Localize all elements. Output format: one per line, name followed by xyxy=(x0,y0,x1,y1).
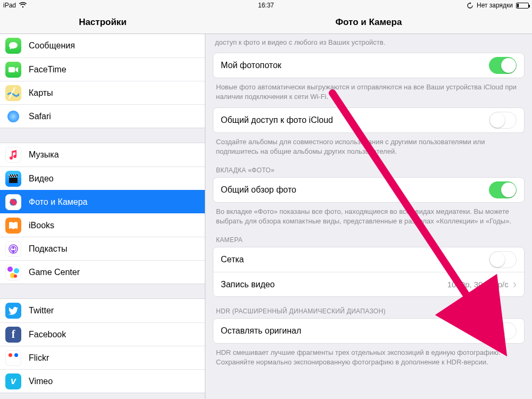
sidebar-item-messages[interactable]: Сообщения xyxy=(0,34,205,57)
row-keep-normal-photo[interactable]: Оставлять оригинал xyxy=(213,319,524,343)
sidebar-item-maps[interactable]: Карты xyxy=(0,81,205,104)
sidebar-item-label: iBooks xyxy=(29,221,198,230)
footnote-summarize-photos: Во вкладке «Фото» показаны все фото, нах… xyxy=(213,203,525,226)
row-label: Сетка xyxy=(221,255,244,264)
wifi-icon xyxy=(19,2,27,10)
row-label: Мой фотопоток xyxy=(221,61,281,70)
sidebar-item-video[interactable]: Видео xyxy=(0,167,205,190)
row-label: Общий доступ к фото iCloud xyxy=(221,115,333,125)
row-my-photo-stream[interactable]: Мой фотопоток xyxy=(213,53,524,78)
device-label: iPad xyxy=(3,2,16,9)
row-record-video[interactable]: Запись видео 1080p, 30 кадр/с › xyxy=(213,272,524,296)
detail-pane[interactable]: доступ к фото и видео с любого из Ваших … xyxy=(205,34,532,399)
sidebar-item-label: Facebook xyxy=(29,330,198,339)
sidebar-item-label: Vimeo xyxy=(29,377,198,386)
vimeo-icon: v xyxy=(5,373,21,389)
row-label: Запись видео xyxy=(221,280,275,289)
sidebar-item-podcasts[interactable]: Подкасты xyxy=(0,237,205,260)
section-header-camera: КАМЕРА xyxy=(213,226,525,247)
sidebar-item-facetime[interactable]: FaceTime xyxy=(0,57,205,81)
sidebar-item-label: Видео xyxy=(29,174,198,184)
footnote-hdr: HDR смешивает лучшие фрагменты трех отде… xyxy=(213,344,525,367)
video-camera-icon xyxy=(5,62,21,78)
row-icloud-photo-sharing[interactable]: Общий доступ к фото iCloud xyxy=(213,108,524,132)
sidebar-item-label: Подкасты xyxy=(29,244,198,254)
sidebar-item-music[interactable]: Музыка xyxy=(0,143,205,167)
toggle-my-photo-stream[interactable] xyxy=(489,57,517,74)
twitter-icon xyxy=(5,303,21,319)
row-label: Общий обзор фото xyxy=(221,185,296,195)
sidebar-item-flickr[interactable]: Flickr xyxy=(0,346,205,369)
sidebar-item-facebook[interactable]: f Facebook xyxy=(0,322,205,346)
sidebar-item-label: Safari xyxy=(29,112,198,121)
podcast-icon xyxy=(5,241,21,257)
not-charging-icon xyxy=(467,2,473,9)
sidebar-item-label: Музыка xyxy=(29,150,198,160)
flickr-icon xyxy=(5,350,21,366)
sidebar-item-safari[interactable]: Safari xyxy=(0,104,205,128)
battery-icon xyxy=(516,3,529,9)
row-label: Оставлять оригинал xyxy=(221,326,301,336)
game-center-icon xyxy=(5,264,21,280)
sidebar-item-label: Game Center xyxy=(29,268,198,277)
charging-label: Нет зарядки xyxy=(477,2,513,9)
footnote-icloud-sharing: Создайте альбомы для совместного использ… xyxy=(213,133,525,156)
status-bar: iPad 16:37 Нет зарядки xyxy=(0,0,532,11)
facebook-icon: f xyxy=(5,327,21,343)
sidebar-item-game-center[interactable]: Game Center xyxy=(0,260,205,284)
intro-footnote: доступ к фото и видео с любого из Ваших … xyxy=(213,34,525,53)
section-header-hdr: HDR (РАСШИРЕННЫЙ ДИНАМИЧЕСКИЙ ДИАПАЗОН) xyxy=(213,297,525,318)
clock: 16:37 xyxy=(258,2,274,9)
row-grid[interactable]: Сетка xyxy=(213,247,524,272)
music-note-icon xyxy=(5,147,21,163)
sidebar-item-label: Flickr xyxy=(29,353,198,363)
toggle-keep-normal-photo[interactable] xyxy=(489,322,517,339)
maps-icon xyxy=(5,85,21,101)
sidebar-item-vimeo[interactable]: v Vimeo xyxy=(0,369,205,393)
compass-icon xyxy=(5,109,21,124)
sidebar-item-photos-camera[interactable]: Фото и Камера xyxy=(0,190,205,213)
sidebar-item-label: Фото и Камера xyxy=(29,197,198,207)
svg-point-15 xyxy=(12,247,14,249)
sidebar-item-ibooks[interactable]: iBooks xyxy=(0,213,205,237)
toggle-icloud-photo-sharing[interactable] xyxy=(489,112,517,129)
footnote-photo-stream: Новые фото автоматически выгружаются и о… xyxy=(213,78,525,101)
chevron-right-icon: › xyxy=(513,279,517,290)
sidebar-item-label: Сообщения xyxy=(29,41,198,51)
svg-rect-4 xyxy=(9,178,18,183)
section-header-photos-tab: ВКЛАДКА «ФОТО» xyxy=(213,156,525,177)
settings-title: Настройки xyxy=(0,11,205,34)
clapper-icon xyxy=(5,171,21,187)
settings-sidebar[interactable]: Сообщения FaceTime Карты Safari xyxy=(0,34,205,399)
speech-bubble-icon xyxy=(5,38,21,54)
sidebar-item-twitter[interactable]: Twitter xyxy=(0,299,205,322)
detail-title: Фото и Камера xyxy=(205,11,532,34)
sidebar-item-label: Twitter xyxy=(29,306,198,315)
nav-headers: Настройки Фото и Камера xyxy=(0,11,532,34)
record-video-value: 1080p, 30 кадр/с xyxy=(447,280,509,289)
sidebar-item-label: Карты xyxy=(29,88,198,98)
svg-rect-0 xyxy=(9,67,15,72)
book-icon xyxy=(5,218,21,234)
row-summarize-photos[interactable]: Общий обзор фото xyxy=(213,178,524,202)
sidebar-item-label: FaceTime xyxy=(29,65,198,74)
photos-flower-icon xyxy=(5,194,21,210)
toggle-summarize-photos[interactable] xyxy=(489,181,517,198)
toggle-grid[interactable] xyxy=(489,251,517,268)
